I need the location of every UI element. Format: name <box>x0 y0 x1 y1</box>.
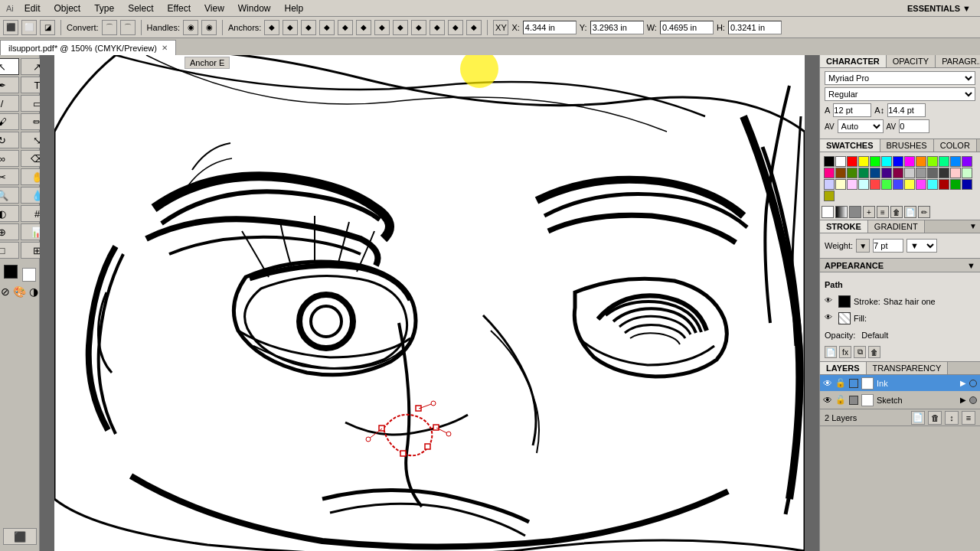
convert-btn1[interactable]: ⌒ <box>102 20 117 35</box>
tab-brushes[interactable]: BRUSHES <box>880 139 934 152</box>
ink-lock-icon[interactable]: 🔓 <box>835 378 846 388</box>
anchors-btn2[interactable]: ◆ <box>283 20 298 35</box>
swatch-color[interactable] <box>847 179 858 190</box>
swatch-color[interactable] <box>904 168 915 178</box>
tab-swatches[interactable]: SWATCHES <box>820 139 880 152</box>
swatch-color[interactable] <box>962 179 972 190</box>
ink-target-icon[interactable] <box>969 380 977 387</box>
screen-mode-btn[interactable]: ⬛ <box>3 528 37 545</box>
anchors-btn11[interactable]: ◆ <box>448 20 463 35</box>
swatch-none[interactable] <box>822 206 834 218</box>
swatch-color[interactable] <box>950 156 961 167</box>
fill-swatch[interactable] <box>838 312 851 324</box>
w-input[interactable] <box>660 21 714 34</box>
handles-btn2[interactable]: ◉ <box>201 20 217 35</box>
h-input[interactable] <box>728 21 782 34</box>
tab-color[interactable]: COLOR <box>934 139 977 152</box>
tab-opacity[interactable]: OPACITY <box>887 55 936 67</box>
appearance-new-btn[interactable]: 📄 <box>825 346 837 358</box>
blend-tool[interactable]: ∞ <box>0 150 19 167</box>
anchors-btn8[interactable]: ◆ <box>393 20 408 35</box>
ink-visibility-icon[interactable]: 👁 <box>823 378 832 389</box>
artboard-tool[interactable]: □ <box>0 242 19 259</box>
swatch-color[interactable] <box>881 179 892 190</box>
swatch-color[interactable] <box>893 179 903 190</box>
color-icon[interactable]: 🎨 <box>13 285 26 298</box>
sketch-target-icon[interactable] <box>969 396 977 404</box>
sketch-collapse-icon[interactable]: ▶ <box>960 396 966 404</box>
swatch-pattern[interactable] <box>849 206 861 218</box>
swatch-color[interactable] <box>835 156 846 167</box>
layer-row-sketch[interactable]: 👁 🔓 Sketch ▶ <box>820 392 980 409</box>
swatch-color[interactable] <box>916 168 926 178</box>
sketch-visibility-icon[interactable]: 👁 <box>823 395 832 406</box>
fill-color[interactable] <box>22 268 36 282</box>
swatch-color[interactable] <box>950 168 961 178</box>
swatch-color[interactable] <box>916 179 926 190</box>
swatch-color[interactable] <box>893 168 903 178</box>
layers-new-layer-btn[interactable]: 📄 <box>911 411 925 425</box>
stroke-swatch[interactable] <box>838 295 851 308</box>
swatch-color[interactable] <box>847 168 858 178</box>
select-tool[interactable]: ↖ <box>0 58 19 75</box>
swatch-color[interactable] <box>870 179 880 190</box>
x-input[interactable] <box>523 21 577 34</box>
swatch-color[interactable] <box>904 156 915 167</box>
anchors-btn10[interactable]: ◆ <box>430 20 445 35</box>
layer-row-ink[interactable]: 👁 🔓 Ink ▶ <box>820 375 980 392</box>
anchors-btn9[interactable]: ◆ <box>411 20 426 35</box>
line-tool[interactable]: / <box>0 95 19 112</box>
appearance-stroke-row[interactable]: 👁 Stroke: Shaz hair one <box>825 294 975 309</box>
swatch-color[interactable] <box>881 156 892 167</box>
paintbrush-tool[interactable]: 🖌 <box>0 113 19 130</box>
ink-collapse-icon[interactable]: ▶ <box>960 379 966 387</box>
visibility-eye-stroke[interactable]: 👁 <box>825 296 835 307</box>
swatch-color[interactable] <box>824 179 835 190</box>
appearance-delete-btn[interactable]: 🗑 <box>868 346 880 358</box>
swatch-edit-btn[interactable]: ✏ <box>918 206 930 218</box>
swatch-color[interactable] <box>904 179 915 190</box>
menu-object[interactable]: Object <box>47 2 87 15</box>
zoom-tool[interactable]: 🔍 <box>0 187 19 204</box>
swatch-add-btn[interactable]: + <box>863 206 875 218</box>
toolbar-icon-3[interactable]: ◪ <box>40 20 55 35</box>
tab-gradient[interactable]: GRADIENT <box>868 220 925 233</box>
appearance-fx-btn[interactable]: fx <box>839 346 851 358</box>
canvas-area[interactable]: Anchor E <box>40 55 819 551</box>
swatch-color[interactable] <box>962 168 972 178</box>
appearance-copy-btn[interactable]: ⧉ <box>854 346 866 358</box>
symbol-tool[interactable]: ⊕ <box>0 223 19 240</box>
auto-size-input[interactable] <box>887 103 926 117</box>
doc-tab[interactable]: ilsupport.pdf* @ 150% (CMYK/Preview) ✕ <box>0 40 176 55</box>
tab-character[interactable]: CHARACTER <box>820 55 887 67</box>
tab-layers[interactable]: LAYERS <box>820 362 867 374</box>
tracking-select[interactable]: Auto <box>838 119 884 133</box>
anchors-btn6[interactable]: ◆ <box>356 20 371 35</box>
stroke-weight-down[interactable]: ▼ <box>856 239 870 253</box>
essentials-button[interactable]: ESSENTIALS ▼ <box>901 2 977 15</box>
toolbar-icon-2[interactable]: ⬜ <box>21 20 37 35</box>
swatch-color[interactable] <box>881 168 892 178</box>
tab-paragraph[interactable]: PARAGR... <box>936 55 980 67</box>
swatch-gradient[interactable] <box>835 206 848 218</box>
stroke-weight-select[interactable]: ▼ <box>906 239 937 253</box>
stroke-weight-input[interactable] <box>873 239 903 253</box>
menu-effect[interactable]: Effect <box>162 2 197 15</box>
tab-stroke[interactable]: STROKE <box>820 220 868 233</box>
anchors-btn7[interactable]: ◆ <box>374 20 390 35</box>
anchors-btn5[interactable]: ◆ <box>338 20 353 35</box>
swatch-color[interactable] <box>824 168 835 178</box>
swatch-color[interactable] <box>927 179 938 190</box>
gradient-tool[interactable]: ◐ <box>0 205 19 222</box>
anchors-btn3[interactable]: ◆ <box>301 20 316 35</box>
handles-btn1[interactable]: ◉ <box>183 20 198 35</box>
tab-close-btn[interactable]: ✕ <box>162 44 168 52</box>
font-style-select[interactable]: Regular <box>825 87 975 101</box>
y-input[interactable] <box>590 21 644 34</box>
swatch-color[interactable] <box>870 156 880 167</box>
scissors-tool[interactable]: ✂ <box>0 168 19 185</box>
tab-transparency[interactable]: TRANSPARENCY <box>867 362 949 374</box>
swatch-color[interactable] <box>962 156 972 167</box>
swatch-color[interactable] <box>858 168 869 178</box>
swatch-new-btn[interactable]: 📄 <box>904 206 916 218</box>
